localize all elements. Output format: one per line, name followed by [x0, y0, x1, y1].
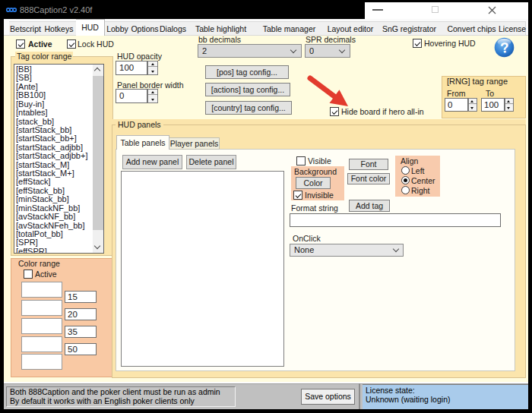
- svg-text:?: ?: [499, 39, 510, 56]
